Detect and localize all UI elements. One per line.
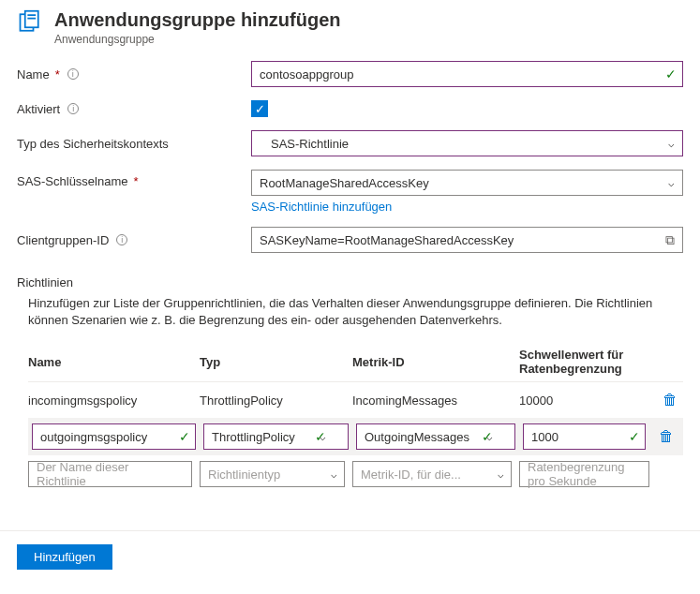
- name-label: Name: [17, 67, 50, 82]
- policy-metric: IncomingMessages: [352, 394, 512, 408]
- name-input-value: contosoappgroup: [260, 67, 353, 82]
- delete-icon[interactable]: 🗑: [653, 428, 679, 445]
- info-icon[interactable]: i: [116, 234, 127, 245]
- policy-threshold-input[interactable]: 1000: [523, 423, 646, 450]
- policy-threshold-input[interactable]: Ratenbegrenzung pro Sekunde: [519, 461, 649, 487]
- activated-checkbox[interactable]: ✓: [251, 100, 268, 117]
- col-type: Typ: [200, 355, 345, 369]
- col-threshold: Schwellenwert für Ratenbegrenzung: [519, 348, 649, 376]
- policy-row-new: Der Name dieser Richtlinie Richtlinienty…: [28, 455, 683, 493]
- app-group-icon: [17, 9, 43, 38]
- sas-key-label: SAS-Schlüsselname: [17, 174, 128, 188]
- name-input[interactable]: contosoappgroup ✓: [251, 61, 683, 87]
- policy-name-input[interactable]: Der Name dieser Richtlinie: [28, 461, 192, 487]
- col-metric: Metrik-ID: [352, 355, 512, 369]
- col-name: Name: [28, 355, 192, 369]
- context-type-value: SAS-Richtlinie: [271, 137, 349, 151]
- policy-threshold: 10000: [519, 394, 649, 408]
- add-button[interactable]: Hinzufügen: [17, 544, 112, 570]
- activated-label: Aktiviert: [17, 102, 60, 116]
- context-type-select[interactable]: SAS-Richtlinie ⌵: [251, 130, 683, 156]
- add-sas-policy-link[interactable]: SAS-Richtlinie hinzufügen: [251, 200, 392, 214]
- policy-name-input[interactable]: outgoingmsgspolicy: [32, 423, 196, 450]
- policy-type: ThrottlingPolicy: [200, 394, 345, 408]
- chevron-down-icon: ⌵: [668, 138, 675, 150]
- required-marker: *: [55, 67, 60, 82]
- copy-icon[interactable]: ⧉: [665, 232, 675, 248]
- delete-icon[interactable]: 🗑: [657, 392, 683, 408]
- policy-metric-select[interactable]: OutgoingMessages: [356, 423, 515, 450]
- client-group-id-field: SASKeyName=RootManageSharedAccessKey ⧉: [251, 227, 683, 253]
- context-type-label: Typ des Sicherheitskontexts: [17, 137, 169, 151]
- page-title: Anwendungsgruppe hinzufügen: [54, 9, 341, 31]
- client-group-label: Clientgruppen-ID: [17, 233, 109, 247]
- policy-row: outgoingmsgspolicy ✓ ThrottlingPolicy ✓ …: [28, 418, 683, 455]
- info-icon[interactable]: i: [67, 68, 79, 80]
- policy-name: incomingmsgspolicy: [28, 394, 192, 408]
- sas-key-value: RootManageSharedAccessKey: [260, 176, 429, 190]
- svg-rect-3: [27, 18, 36, 20]
- policy-type-select[interactable]: ThrottlingPolicy: [203, 423, 349, 450]
- policy-metric-select[interactable]: Metrik-ID, für die...: [352, 461, 512, 487]
- client-group-id-value: SASKeyName=RootManageSharedAccessKey: [260, 233, 514, 247]
- required-marker: *: [134, 174, 139, 188]
- policy-type-select[interactable]: Richtlinientyp: [200, 461, 345, 487]
- chevron-down-icon: ⌵: [668, 177, 675, 189]
- info-icon[interactable]: i: [67, 103, 79, 114]
- sas-key-select[interactable]: RootManageSharedAccessKey ⌵: [251, 170, 683, 196]
- check-icon: ✓: [665, 67, 677, 82]
- svg-rect-2: [27, 14, 36, 16]
- page-subtitle: Anwendungsgruppe: [54, 33, 341, 46]
- policies-section-title: Richtlinien: [17, 275, 683, 290]
- policies-section-desc: Hinzufügen zur Liste der Gruppenrichtlin…: [28, 295, 683, 329]
- policy-row: incomingmsgspolicy ThrottlingPolicy Inco…: [28, 382, 683, 418]
